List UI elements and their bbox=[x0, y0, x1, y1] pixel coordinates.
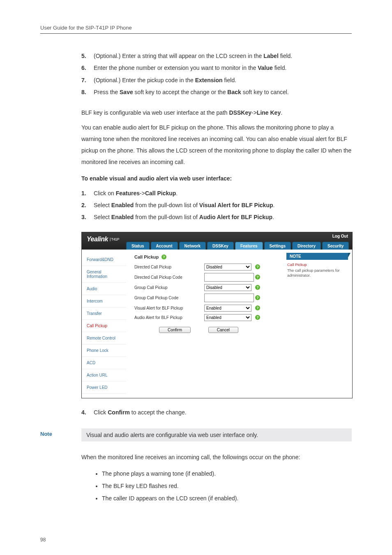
sidebar: Forward&DND General Information Audio In… bbox=[82, 250, 126, 398]
side-remote-control[interactable]: Remote Control bbox=[82, 332, 126, 345]
side-forward-dnd[interactable]: Forward&DND bbox=[82, 254, 126, 266]
page-header: User Guide for the SIP-T41P IP Phone bbox=[40, 25, 352, 34]
note-text: Visual and audio alerts are configurable… bbox=[81, 428, 352, 442]
row-group-call-pickup: Group Call Pickup Disabled ? bbox=[134, 284, 348, 291]
tab-dsskey[interactable]: DSSKey bbox=[207, 242, 234, 250]
step-1: 1.Click on Features->Call Pickup. bbox=[81, 187, 352, 199]
step-4: 4.Click Confirm to accept the change. bbox=[81, 407, 352, 419]
select-visual-alert[interactable]: Enabled bbox=[204, 305, 251, 312]
help-icon[interactable]: ? bbox=[255, 275, 260, 280]
steps-list-1: 5.(Optional.) Enter a string that will a… bbox=[40, 50, 352, 99]
top-tabs: Status Account Network DSSKey Features S… bbox=[126, 242, 349, 250]
side-audio[interactable]: Audio bbox=[82, 283, 126, 295]
page-number: 98 bbox=[40, 537, 352, 543]
paragraph-description: You can enable audio alert for BLF picku… bbox=[40, 122, 352, 168]
side-power-led[interactable]: Power LED bbox=[82, 382, 126, 394]
bullet-list: The phone plays a warning tone (if enabl… bbox=[40, 468, 352, 504]
logout-link[interactable]: Log Out bbox=[332, 234, 348, 238]
step-7: 7.(Optional.) Enter the pickup code in t… bbox=[81, 74, 352, 86]
tab-features[interactable]: Features bbox=[235, 242, 263, 250]
paragraph-blf-path: BLF key is configurable via web user int… bbox=[40, 107, 352, 118]
side-intercom[interactable]: Intercom bbox=[82, 295, 126, 308]
tab-security[interactable]: Security bbox=[322, 242, 349, 250]
bullet-2: The BLF key LED flashes red. bbox=[102, 480, 352, 492]
note-callout: Note Visual and audio alerts are configu… bbox=[40, 428, 352, 442]
content-title: Call Pickup bbox=[134, 254, 159, 259]
step-2: 2.Select Enabled from the pull-down list… bbox=[81, 199, 352, 211]
select-group-call-pickup[interactable]: Disabled bbox=[204, 284, 251, 291]
bullet-1: The phone plays a warning tone (if enabl… bbox=[102, 468, 352, 479]
topbar: Yealink | T41P Log Out Status Account Ne… bbox=[82, 232, 352, 250]
tab-account[interactable]: Account bbox=[151, 242, 178, 250]
cancel-button[interactable]: Cancel bbox=[208, 327, 238, 333]
help-icon[interactable]: ? bbox=[255, 305, 260, 310]
step-8: 8.Press the Save soft key to accept the … bbox=[81, 86, 352, 98]
row-visual-alert: Visual Alert for BLF Pickup Enabled ? bbox=[134, 305, 348, 312]
input-group-code[interactable] bbox=[204, 294, 254, 302]
confirm-button[interactable]: Confirm bbox=[159, 327, 191, 333]
content-area: Call Pickup ? Directed Call Pickup Disab… bbox=[126, 250, 352, 398]
tab-directory[interactable]: Directory bbox=[292, 242, 321, 250]
web-ui-screenshot: Yealink | T41P Log Out Status Account Ne… bbox=[81, 232, 353, 398]
step-6: 6.Enter the phone number or extension yo… bbox=[81, 62, 352, 74]
note-box: NOTE Call Pickup The call pickup paramet… bbox=[286, 253, 348, 281]
help-icon[interactable]: ? bbox=[161, 254, 166, 259]
tab-status[interactable]: Status bbox=[126, 242, 150, 250]
panel-body: Forward&DND General Information Audio In… bbox=[82, 250, 352, 398]
input-directed-code[interactable] bbox=[204, 273, 254, 282]
row-group-code: Group Call Pickup Code ? bbox=[134, 294, 348, 302]
side-action-url[interactable]: Action URL bbox=[82, 369, 126, 382]
step-3: 3.Select Enabled from the pull-down list… bbox=[81, 211, 352, 223]
tab-settings[interactable]: Settings bbox=[264, 242, 291, 250]
note-head: NOTE bbox=[286, 253, 348, 260]
side-call-pickup[interactable]: Call Pickup bbox=[82, 320, 126, 332]
button-row: Confirm Cancel bbox=[151, 327, 348, 333]
help-icon[interactable]: ? bbox=[255, 315, 260, 320]
steps-list-2: 1.Click on Features->Call Pickup. 2.Sele… bbox=[40, 187, 352, 224]
tab-network[interactable]: Network bbox=[179, 242, 206, 250]
help-icon[interactable]: ? bbox=[255, 295, 260, 300]
section-title: To enable visual and audio alert via web… bbox=[40, 175, 352, 182]
side-acd[interactable]: ACD bbox=[82, 357, 126, 369]
logo: Yealink | T41P bbox=[87, 236, 119, 243]
note-body: Call Pickup The call pickup parameters f… bbox=[286, 260, 348, 281]
paragraph-followings: When the monitored line receives an inco… bbox=[40, 451, 352, 463]
row-audio-alert: Audio Alert for BLF Pickup Enabled ? bbox=[134, 314, 348, 321]
select-audio-alert[interactable]: Enabled bbox=[204, 314, 251, 321]
bullet-3: The caller ID appears on the LCD screen … bbox=[102, 493, 352, 504]
note-label: Note bbox=[40, 428, 81, 442]
side-phone-lock[interactable]: Phone Lock bbox=[82, 345, 126, 357]
side-transfer[interactable]: Transfer bbox=[82, 308, 126, 320]
select-directed-call-pickup[interactable]: Disabled bbox=[204, 264, 251, 271]
step-5: 5.(Optional.) Enter a string that will a… bbox=[81, 50, 352, 62]
help-icon[interactable]: ? bbox=[255, 285, 260, 290]
help-icon[interactable]: ? bbox=[255, 264, 260, 269]
side-general-info[interactable]: General Information bbox=[82, 266, 126, 283]
steps-list-3: 4.Click Confirm to accept the change. bbox=[40, 407, 352, 419]
